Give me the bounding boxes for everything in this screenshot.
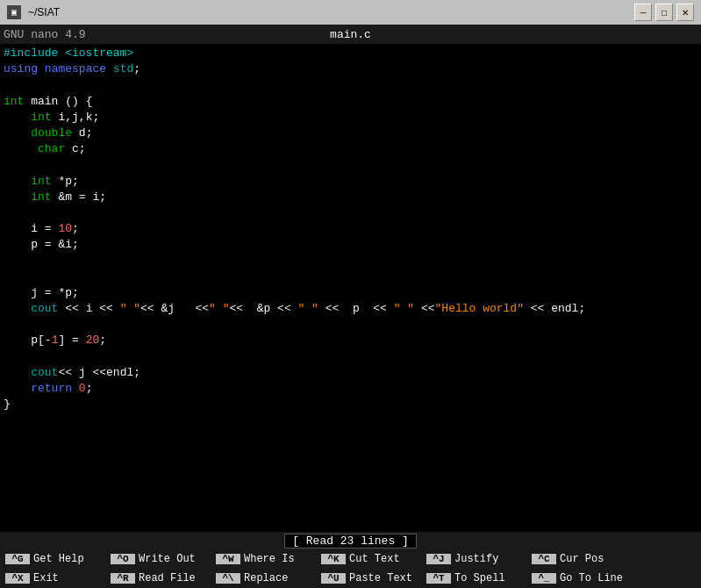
- shortcut-where-is[interactable]: ^W Where Is: [211, 549, 316, 569]
- shortcuts-row-1: ^G Get Help ^O Write Out ^W Where Is ^K …: [0, 549, 701, 569]
- shortcut-replace[interactable]: ^\ Replace: [211, 569, 316, 588]
- window-title: ~/SIAT: [28, 6, 627, 18]
- titlebar: ▣ ~/SIAT ─ □ ✕: [0, 0, 701, 25]
- statusbar: [ Read 23 lines ]: [0, 532, 701, 549]
- shortcut-cut-text[interactable]: ^K Cut Text: [316, 549, 421, 569]
- minimize-button[interactable]: ─: [634, 4, 652, 21]
- shortcut-label-to-spell: To Spell: [454, 572, 505, 584]
- shortcuts-row-2: ^X Exit ^R Read File ^\ Replace ^U Paste…: [0, 569, 701, 588]
- shortcut-label-cur-pos: Cur Pos: [560, 553, 604, 565]
- shortcut-key-replace: ^\: [216, 573, 240, 584]
- shortcut-read-file[interactable]: ^R Read File: [105, 569, 211, 588]
- shortcut-label-paste-text: Paste Text: [349, 572, 412, 584]
- shortcut-label-read-file: Read File: [139, 572, 196, 584]
- shortcut-key-go-to-line: ^_: [532, 573, 556, 584]
- shortcut-exit[interactable]: ^X Exit: [0, 569, 105, 588]
- shortcut-write-out[interactable]: ^O Write Out: [105, 549, 211, 569]
- shortcut-key-where-is: ^W: [216, 554, 240, 564]
- shortcut-key-justify: ^J: [426, 554, 451, 564]
- status-message: [ Read 23 lines ]: [284, 534, 417, 549]
- shortcut-key-to-spell: ^T: [426, 573, 451, 584]
- nano-version: GNU nano 4.9: [4, 28, 86, 41]
- shortcut-label-write-out: Write Out: [139, 553, 196, 565]
- shortcut-get-help[interactable]: ^G Get Help: [0, 549, 105, 569]
- shortcut-paste-text[interactable]: ^U Paste Text: [316, 569, 421, 588]
- window-controls: ─ □ ✕: [634, 4, 694, 21]
- app-icon: ▣: [7, 5, 21, 19]
- shortcut-key-write-out: ^O: [111, 554, 135, 564]
- shortcut-key-read-file: ^R: [111, 573, 135, 584]
- shortcut-key-exit: ^X: [5, 573, 30, 584]
- shortcut-go-to-line[interactable]: ^_ Go To Line: [526, 569, 632, 588]
- shortcut-key-paste-text: ^U: [321, 573, 346, 584]
- shortcut-label-justify: Justify: [454, 553, 498, 565]
- shortcut-label-where-is: Where Is: [244, 553, 295, 565]
- shortcuts-bar: ^G Get Help ^O Write Out ^W Where Is ^K …: [0, 549, 701, 588]
- shortcut-label-go-to-line: Go To Line: [560, 572, 623, 584]
- filename: main.c: [330, 28, 371, 41]
- shortcut-justify[interactable]: ^J Justify: [421, 549, 526, 569]
- nano-header: GNU nano 4.9 main.c GNU nano 4.9: [0, 25, 701, 44]
- shortcut-key-cur-pos: ^C: [532, 554, 556, 564]
- shortcut-key-get-help: ^G: [5, 554, 30, 564]
- shortcut-key-cut-text: ^K: [321, 554, 346, 564]
- shortcut-label-cut-text: Cut Text: [349, 553, 400, 565]
- shortcut-label-get-help: Get Help: [33, 553, 84, 565]
- shortcut-to-spell[interactable]: ^T To Spell: [421, 569, 526, 588]
- shortcut-label-exit: Exit: [33, 572, 59, 584]
- code-editor[interactable]: #include <iostream> using namespace std;…: [0, 44, 701, 532]
- shortcut-label-replace: Replace: [244, 572, 288, 584]
- shortcut-cur-pos[interactable]: ^C Cur Pos: [526, 549, 632, 569]
- close-button[interactable]: ✕: [676, 4, 694, 21]
- maximize-button[interactable]: □: [655, 4, 673, 21]
